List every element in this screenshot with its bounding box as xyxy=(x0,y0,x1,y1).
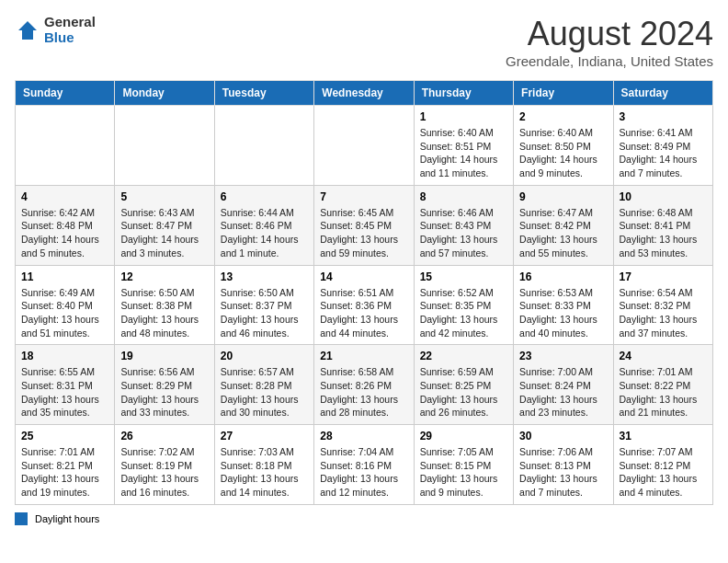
calendar-cell: 9Sunrise: 6:47 AM Sunset: 8:42 PM Daylig… xyxy=(514,185,613,265)
day-info: Sunrise: 7:05 AM Sunset: 8:15 PM Dayligh… xyxy=(420,445,507,500)
header: General Blue August 2024 Greendale, Indi… xyxy=(15,15,713,69)
logo-blue-text: Blue xyxy=(44,30,96,46)
day-info: Sunrise: 6:45 AM Sunset: 8:45 PM Dayligh… xyxy=(320,206,407,260)
day-number: 16 xyxy=(519,270,607,283)
legend-color-box xyxy=(15,512,28,525)
day-number: 20 xyxy=(221,350,308,362)
day-info: Sunrise: 6:52 AM Sunset: 8:35 PM Dayligh… xyxy=(420,286,507,340)
day-info: Sunrise: 7:01 AM Sunset: 8:21 PM Dayligh… xyxy=(21,445,108,500)
week-row-2: 11Sunrise: 6:49 AM Sunset: 8:40 PM Dayli… xyxy=(16,265,713,345)
calendar-cell: 24Sunrise: 7:01 AM Sunset: 8:22 PM Dayli… xyxy=(613,345,712,425)
day-number: 13 xyxy=(221,270,308,283)
day-info: Sunrise: 6:56 AM Sunset: 8:29 PM Dayligh… xyxy=(120,365,208,419)
location-title: Greendale, Indiana, United States xyxy=(506,53,713,69)
logo-icon xyxy=(15,17,40,43)
calendar-cell: 21Sunrise: 6:58 AM Sunset: 8:26 PM Dayli… xyxy=(314,345,414,425)
day-info: Sunrise: 7:02 AM Sunset: 8:19 PM Dayligh… xyxy=(120,445,208,500)
day-number: 9 xyxy=(519,190,607,203)
week-row-4: 25Sunrise: 7:01 AM Sunset: 8:21 PM Dayli… xyxy=(16,425,713,505)
day-info: Sunrise: 6:54 AM Sunset: 8:32 PM Dayligh… xyxy=(620,286,707,340)
calendar-cell xyxy=(16,106,115,186)
day-info: Sunrise: 6:50 AM Sunset: 8:37 PM Dayligh… xyxy=(221,286,308,340)
calendar-cell: 11Sunrise: 6:49 AM Sunset: 8:40 PM Dayli… xyxy=(16,265,115,345)
calendar-cell: 31Sunrise: 7:07 AM Sunset: 8:12 PM Dayli… xyxy=(613,425,712,505)
day-info: Sunrise: 6:57 AM Sunset: 8:28 PM Dayligh… xyxy=(221,365,308,419)
calendar-cell: 26Sunrise: 7:02 AM Sunset: 8:19 PM Dayli… xyxy=(115,425,214,505)
title-area: August 2024 Greendale, Indiana, United S… xyxy=(506,15,713,69)
day-number: 28 xyxy=(320,430,407,442)
day-number: 27 xyxy=(221,430,308,442)
day-number: 23 xyxy=(519,350,607,362)
day-number: 21 xyxy=(320,350,407,362)
calendar-cell xyxy=(115,106,214,186)
header-cell-monday: Monday xyxy=(115,81,214,106)
calendar-table: SundayMondayTuesdayWednesdayThursdayFrid… xyxy=(15,80,713,505)
day-number: 17 xyxy=(620,270,707,283)
svg-marker-0 xyxy=(18,21,37,40)
day-info: Sunrise: 6:40 AM Sunset: 8:50 PM Dayligh… xyxy=(519,126,607,180)
day-number: 7 xyxy=(320,190,407,203)
day-number: 29 xyxy=(420,430,507,442)
day-info: Sunrise: 6:41 AM Sunset: 8:49 PM Dayligh… xyxy=(620,126,707,180)
day-info: Sunrise: 6:55 AM Sunset: 8:31 PM Dayligh… xyxy=(21,365,108,419)
day-number: 3 xyxy=(620,110,707,123)
calendar-cell: 15Sunrise: 6:52 AM Sunset: 8:35 PM Dayli… xyxy=(414,265,513,345)
calendar-cell: 12Sunrise: 6:50 AM Sunset: 8:38 PM Dayli… xyxy=(115,265,214,345)
day-info: Sunrise: 7:01 AM Sunset: 8:22 PM Dayligh… xyxy=(620,365,707,419)
calendar-cell: 3Sunrise: 6:41 AM Sunset: 8:49 PM Daylig… xyxy=(613,106,712,186)
day-number: 11 xyxy=(21,270,108,283)
day-info: Sunrise: 6:48 AM Sunset: 8:41 PM Dayligh… xyxy=(620,206,707,260)
day-info: Sunrise: 7:03 AM Sunset: 8:18 PM Dayligh… xyxy=(221,445,308,500)
header-cell-saturday: Saturday xyxy=(613,81,712,106)
day-number: 1 xyxy=(420,110,507,123)
logo-general-text: General xyxy=(44,15,96,30)
day-info: Sunrise: 6:59 AM Sunset: 8:25 PM Dayligh… xyxy=(420,365,507,419)
month-title: August 2024 xyxy=(506,15,713,53)
calendar-cell: 23Sunrise: 7:00 AM Sunset: 8:24 PM Dayli… xyxy=(514,345,613,425)
day-number: 12 xyxy=(120,270,208,283)
calendar-cell: 13Sunrise: 6:50 AM Sunset: 8:37 PM Dayli… xyxy=(214,265,313,345)
day-number: 15 xyxy=(420,270,507,283)
calendar-cell: 4Sunrise: 6:42 AM Sunset: 8:48 PM Daylig… xyxy=(16,185,115,265)
calendar-cell: 5Sunrise: 6:43 AM Sunset: 8:47 PM Daylig… xyxy=(115,185,214,265)
header-cell-friday: Friday xyxy=(514,81,613,106)
legend-label: Daylight hours xyxy=(35,513,99,524)
calendar-cell: 20Sunrise: 6:57 AM Sunset: 8:28 PM Dayli… xyxy=(214,345,313,425)
day-number: 25 xyxy=(21,430,108,442)
legend: Daylight hours xyxy=(15,512,713,525)
logo: General Blue xyxy=(15,15,96,45)
calendar-cell: 7Sunrise: 6:45 AM Sunset: 8:45 PM Daylig… xyxy=(314,185,414,265)
day-info: Sunrise: 6:53 AM Sunset: 8:33 PM Dayligh… xyxy=(519,286,607,340)
day-info: Sunrise: 6:49 AM Sunset: 8:40 PM Dayligh… xyxy=(21,286,108,340)
day-number: 5 xyxy=(120,190,208,203)
calendar-cell: 28Sunrise: 7:04 AM Sunset: 8:16 PM Dayli… xyxy=(314,425,414,505)
calendar-cell: 25Sunrise: 7:01 AM Sunset: 8:21 PM Dayli… xyxy=(16,425,115,505)
calendar-cell: 27Sunrise: 7:03 AM Sunset: 8:18 PM Dayli… xyxy=(214,425,313,505)
header-cell-tuesday: Tuesday xyxy=(214,81,313,106)
day-info: Sunrise: 6:47 AM Sunset: 8:42 PM Dayligh… xyxy=(519,206,607,260)
calendar-cell xyxy=(314,106,414,186)
calendar-cell xyxy=(214,106,313,186)
week-row-0: 1Sunrise: 6:40 AM Sunset: 8:51 PM Daylig… xyxy=(16,106,713,186)
day-info: Sunrise: 6:44 AM Sunset: 8:46 PM Dayligh… xyxy=(221,206,308,260)
day-info: Sunrise: 6:46 AM Sunset: 8:43 PM Dayligh… xyxy=(420,206,507,260)
calendar-cell: 10Sunrise: 6:48 AM Sunset: 8:41 PM Dayli… xyxy=(613,185,712,265)
day-number: 6 xyxy=(221,190,308,203)
day-info: Sunrise: 7:00 AM Sunset: 8:24 PM Dayligh… xyxy=(519,365,607,419)
day-number: 2 xyxy=(519,110,607,123)
day-number: 14 xyxy=(320,270,407,283)
calendar-cell: 2Sunrise: 6:40 AM Sunset: 8:50 PM Daylig… xyxy=(514,106,613,186)
day-number: 26 xyxy=(120,430,208,442)
day-number: 4 xyxy=(21,190,108,203)
day-number: 24 xyxy=(620,350,707,362)
day-info: Sunrise: 7:06 AM Sunset: 8:13 PM Dayligh… xyxy=(519,445,607,500)
day-number: 22 xyxy=(420,350,507,362)
calendar-cell: 1Sunrise: 6:40 AM Sunset: 8:51 PM Daylig… xyxy=(414,106,513,186)
calendar-cell: 22Sunrise: 6:59 AM Sunset: 8:25 PM Dayli… xyxy=(414,345,513,425)
week-row-3: 18Sunrise: 6:55 AM Sunset: 8:31 PM Dayli… xyxy=(16,345,713,425)
header-row: SundayMondayTuesdayWednesdayThursdayFrid… xyxy=(16,81,713,106)
day-info: Sunrise: 6:43 AM Sunset: 8:47 PM Dayligh… xyxy=(120,206,208,260)
day-info: Sunrise: 6:42 AM Sunset: 8:48 PM Dayligh… xyxy=(21,206,108,260)
calendar-cell: 14Sunrise: 6:51 AM Sunset: 8:36 PM Dayli… xyxy=(314,265,414,345)
calendar-cell: 8Sunrise: 6:46 AM Sunset: 8:43 PM Daylig… xyxy=(414,185,513,265)
